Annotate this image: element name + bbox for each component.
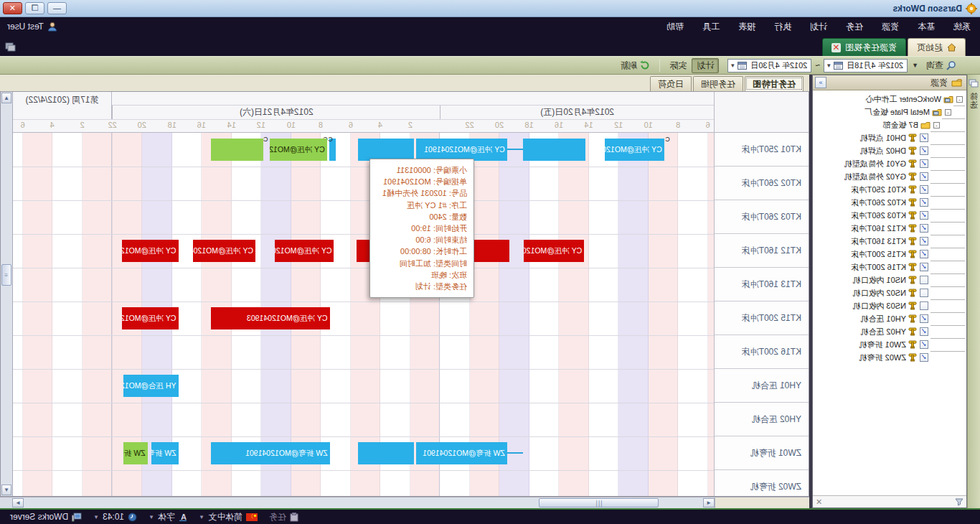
menu-item-0[interactable]: 系统 [944, 22, 980, 32]
task-bar[interactable] [358, 139, 414, 161]
chevron-down-icon[interactable]: ▼ [199, 514, 204, 520]
menu-item-7[interactable]: 工具 [693, 22, 729, 32]
dock-strip-label[interactable]: 筛选 [970, 92, 979, 109]
menu-item-8[interactable]: 帮助 [657, 22, 693, 32]
task-bar[interactable]: CY 冲压@MO12041901 [605, 139, 664, 161]
tree-item[interactable]: YH02 压合机 [813, 325, 965, 338]
status-item-4[interactable]: DWorks Server [6, 512, 86, 522]
task-bar[interactable]: CY 冲压@MO12041903 [122, 307, 178, 329]
tab-close-icon[interactable]: ✕ [831, 43, 841, 52]
tree-item[interactable]: KT02 260T冲床 [813, 196, 965, 209]
task-bar[interactable]: ZW 折弯@MO12041902 [123, 442, 147, 464]
status-item-2[interactable]: A字体▼ [144, 511, 192, 523]
minimize-button[interactable]: — [47, 2, 67, 14]
plan-toggle-button[interactable]: 计划 [692, 58, 719, 73]
tree-item[interactable]: -Metal Plate 钣金厂 [813, 106, 965, 118]
view-tab-0[interactable]: 任务甘特图 [745, 76, 804, 91]
date-to-dropdown-icon[interactable]: ▼ [730, 62, 735, 69]
docked-panel-icon[interactable] [969, 79, 979, 88]
tree-checkbox[interactable] [920, 314, 928, 323]
query-dropdown-icon[interactable]: ▼ [909, 62, 921, 69]
task-bar[interactable]: CY 冲压@MO12041901 [416, 139, 507, 161]
tree-item[interactable]: DH01 点焊机 [813, 131, 965, 144]
tree-checkbox[interactable] [920, 237, 928, 245]
tree-checkbox[interactable] [920, 301, 928, 310]
menu-item-6[interactable]: 报表 [729, 22, 765, 32]
menu-item-2[interactable]: 资源 [872, 22, 908, 32]
view-tab-1[interactable]: 任务明细 [693, 76, 743, 91]
chevron-down-icon[interactable]: ▼ [149, 514, 154, 520]
tree-item[interactable]: GY01 外筒成型机 [813, 157, 965, 170]
tree-item[interactable]: ZW01 折弯机 [813, 338, 965, 351]
tree-checkbox[interactable] [920, 289, 928, 297]
tree-checkbox[interactable] [920, 211, 928, 220]
menu-item-3[interactable]: 任务 [837, 22, 872, 32]
tab-home[interactable]: 起始页 [908, 38, 966, 56]
task-bar[interactable]: CY 冲压@MO12041904 [122, 240, 178, 262]
tree-item[interactable]: -WorkCenter 工作中心 [813, 93, 965, 106]
date-to-field[interactable]: 2012年 4月30日 ▼ [727, 59, 811, 72]
window-list-icon[interactable] [4, 42, 16, 52]
actual-toggle-button[interactable]: 实际 [664, 58, 692, 73]
view-tab-2[interactable]: 日负荷 [650, 76, 692, 91]
task-bar[interactable]: CY 冲压@MO12041903 [212, 307, 330, 329]
menu-item-4[interactable]: 计划 [801, 22, 837, 32]
task-bar[interactable]: CY 冲压@MO12041904 [524, 240, 584, 262]
task-bar[interactable]: ZW 折弯@MO12041901 [151, 442, 178, 464]
status-item-3[interactable]: 10:43▼ [89, 512, 141, 522]
tree-item[interactable]: ZW02 折弯机 [813, 351, 965, 364]
task-bar[interactable]: CY 冲压@MO12041902 [270, 139, 327, 161]
chevron-down-icon[interactable]: ▼ [93, 514, 99, 520]
vertical-scroll-thumb[interactable]: ≡ [1, 264, 11, 286]
filter-clear-icon[interactable]: ✕ [816, 497, 822, 507]
tree-item[interactable]: KT13 160T冲床 [813, 235, 965, 248]
tree-checkbox[interactable] [920, 198, 928, 207]
tree-checkbox[interactable] [920, 327, 928, 336]
menu-item-1[interactable]: 基本 [908, 22, 944, 32]
tree-checkbox[interactable] [920, 353, 928, 362]
tree-item[interactable]: -B7 钣金部 [813, 118, 965, 131]
tree-checkbox[interactable] [920, 224, 928, 233]
menu-item-5[interactable]: 执行 [765, 22, 801, 32]
tree-checkbox[interactable] [920, 263, 928, 271]
horizontal-scrollbar[interactable]: ◄ ||| ► [12, 497, 715, 508]
tree-checkbox[interactable] [920, 134, 928, 142]
scroll-down-icon[interactable]: ▼ [1, 485, 11, 495]
task-bar[interactable] [212, 139, 263, 161]
tree-checkbox[interactable] [920, 276, 928, 284]
tree-item[interactable]: KT12 160T冲床 [813, 222, 965, 235]
tree-item[interactable]: DH02 点焊机 [813, 144, 965, 157]
task-bar[interactable] [523, 139, 585, 161]
tree-expander-icon[interactable]: - [945, 109, 951, 116]
tree-item[interactable]: KT01 250T冲床 [813, 183, 965, 196]
task-bar[interactable]: YH 压合@MO12041901 [123, 375, 178, 397]
panel-splitter[interactable] [809, 75, 812, 508]
task-bar[interactable]: CY 冲压@MO12041904 [275, 240, 334, 262]
date-from-field[interactable]: 2012年 4月18日 ▼ [824, 59, 908, 72]
tree-item[interactable]: GY02 外筒成型机 [813, 170, 965, 183]
panel-collapse-button[interactable]: » [815, 77, 826, 88]
tab-resource-task-view[interactable]: 资源任务视图 ✕ [822, 38, 906, 56]
scroll-up-icon[interactable]: ▲ [1, 93, 11, 103]
query-button[interactable]: 查询 [921, 58, 961, 73]
tree-item[interactable]: NS01 内收口机 [813, 273, 965, 286]
scroll-left-icon[interactable]: ◄ [703, 498, 715, 507]
task-bar[interactable] [358, 442, 414, 464]
date-from-dropdown-icon[interactable]: ▼ [826, 62, 831, 69]
tree-checkbox[interactable] [920, 146, 928, 155]
tree-item[interactable]: KT16 200T冲床 [813, 261, 965, 273]
task-bar[interactable]: CY 冲压@MO12041904 [193, 240, 255, 262]
restore-button[interactable]: ❐ [25, 2, 44, 14]
filter-funnel-icon[interactable] [955, 498, 963, 506]
tree-item[interactable]: NS02 内收口机 [813, 286, 965, 299]
tree-item[interactable]: YH01 压合机 [813, 312, 965, 325]
tree-item[interactable]: NS03 内收口机 [813, 299, 965, 312]
task-bar[interactable]: ZW 折弯@MO12041901 [212, 442, 330, 464]
status-item-1[interactable]: 简体中文▼ [194, 511, 262, 523]
tree-item[interactable]: KT15 200T冲床 [813, 248, 965, 261]
refresh-button[interactable]: 刷新 [615, 58, 655, 73]
tree-expander-icon[interactable]: - [956, 96, 963, 103]
scroll-right-icon[interactable]: ► [12, 498, 24, 507]
tree-checkbox[interactable] [920, 159, 928, 168]
tree-checkbox[interactable] [920, 172, 928, 181]
